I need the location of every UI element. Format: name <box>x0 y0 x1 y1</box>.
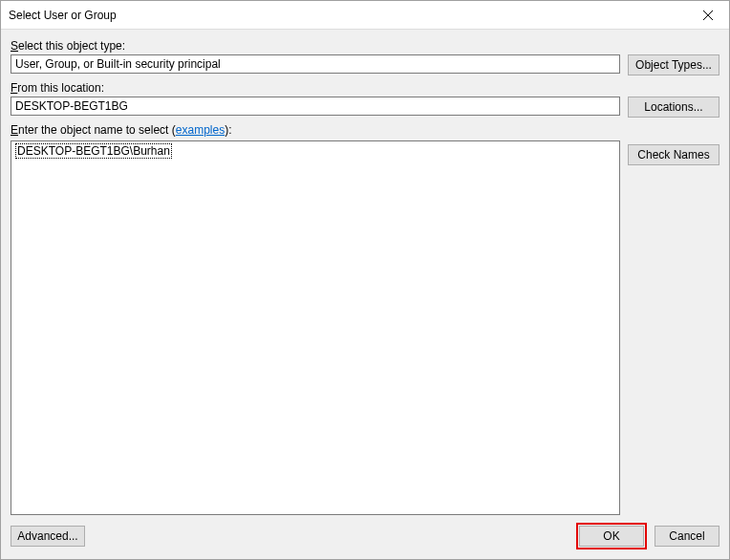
titlebar: Select User or Group <box>1 1 729 30</box>
object-type-field[interactable] <box>11 54 620 74</box>
object-name-input[interactable]: DESKTOP-BEGT1BG\Burhan <box>11 140 620 515</box>
object-name-area: DESKTOP-BEGT1BG\Burhan Check Names <box>11 140 719 515</box>
cancel-button[interactable]: Cancel <box>655 526 719 547</box>
bottom-bar: Advanced... OK Cancel <box>11 515 719 549</box>
dialog-content: Select this object type: Object Types...… <box>1 30 729 559</box>
location-field[interactable] <box>11 97 620 116</box>
check-names-button[interactable]: Check Names <box>628 144 719 165</box>
object-name-label-row: Enter the object name to select (example… <box>11 123 719 139</box>
object-types-button[interactable]: Object Types... <box>628 54 719 75</box>
object-type-row: Select this object type: Object Types... <box>11 39 719 75</box>
close-icon <box>703 11 713 20</box>
close-button[interactable] <box>686 1 729 30</box>
select-user-group-dialog: Select User or Group Select this object … <box>0 0 730 560</box>
examples-link[interactable]: examples <box>176 123 225 137</box>
advanced-button[interactable]: Advanced... <box>11 526 85 547</box>
location-row: From this location: Locations... <box>11 81 719 118</box>
object-name-value: DESKTOP-BEGT1BG\Burhan <box>15 143 172 159</box>
ok-highlight: OK <box>576 523 647 549</box>
location-label: From this location: <box>11 81 620 95</box>
object-name-label: Enter the object name to select (example… <box>11 123 620 137</box>
object-type-label: Select this object type: <box>11 39 620 53</box>
window-title: Select User or Group <box>9 9 686 22</box>
ok-button[interactable]: OK <box>579 526 644 547</box>
locations-button[interactable]: Locations... <box>628 97 719 118</box>
